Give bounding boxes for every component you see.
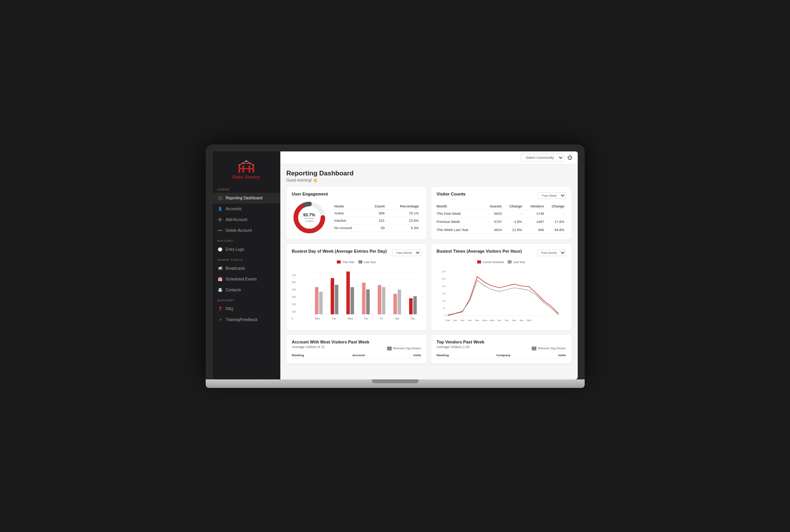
- eng-count-inactive: 221: [367, 217, 387, 224]
- visitor-filter-select[interactable]: Past Week: [538, 192, 566, 199]
- eng-col-pct: Percentage: [387, 203, 421, 210]
- account-visitors-title: Account With Most Visitors Past Week: [292, 340, 421, 344]
- account-visitors-subtitle: Average Visitors 8.72: [292, 345, 325, 349]
- vis-col-month: Month: [437, 203, 484, 210]
- svg-rect-23: [377, 285, 381, 314]
- sidebar-label-add-account: Add Account: [226, 218, 247, 222]
- svg-text:4am: 4am: [461, 319, 465, 321]
- laptop-base: [206, 379, 585, 388]
- svg-text:10pm: 10pm: [526, 319, 532, 321]
- eng-row-active: Active 658 70.1%: [334, 209, 421, 217]
- sidebar-item-delete-account[interactable]: ➖ Delete Account: [213, 225, 280, 236]
- svg-text:Tue: Tue: [331, 317, 336, 320]
- eng-label-active: Active: [334, 209, 367, 217]
- svg-text:8am: 8am: [475, 319, 479, 321]
- svg-rect-1: [253, 164, 254, 173]
- vis-row-prev-week: Previous Week 5737 -1.8% 1487 17.6%: [437, 218, 566, 226]
- donut-pct: 93.7%: [303, 212, 315, 217]
- svg-text:10am: 10am: [482, 319, 488, 321]
- sidebar-label-entry-lugs: Entry Lugs: [226, 247, 244, 252]
- remove-gig-drivers-vendors-btn[interactable]: Remove Gig Drivers: [532, 347, 566, 350]
- laptop-container: Gate Sentry USERS ⬛ Reporting Dashboard …: [206, 144, 585, 388]
- eng-pct-inactive: 23.6%: [387, 217, 421, 224]
- eng-label-noaccount: No Account: [334, 224, 367, 231]
- bar-chart-svg: Mon Tue Wed Thu Fri Sat Sun: [292, 266, 421, 324]
- sidebar-label-faq: FAQ: [226, 307, 234, 311]
- svg-text:6am: 6am: [468, 319, 472, 321]
- svg-rect-17: [331, 278, 334, 314]
- vis-row-last-year: This Week Last Year 4624 21.8% 946 84.8%: [437, 226, 566, 234]
- svg-text:100: 100: [442, 300, 445, 302]
- vis-vendor-change-1: -: [546, 209, 566, 218]
- busiest-day-filter[interactable]: Past Month: [392, 250, 421, 256]
- svg-text:6pm: 6pm: [512, 319, 517, 321]
- legend-dot-lastyear: [508, 260, 512, 263]
- share-icon: ↗: [217, 317, 223, 323]
- top-vendors-title: Top Vendors Past Week: [437, 340, 566, 344]
- person-minus-icon: ➖: [217, 228, 223, 233]
- community-select[interactable]: Select Community: [521, 154, 564, 161]
- sidebar-item-scheduled-events[interactable]: 📅 Scheduled Events: [213, 274, 280, 285]
- visitor-counts-card: Visitor Counts Past Week Month Guests: [431, 187, 572, 240]
- legend-dot-gray: [358, 260, 362, 263]
- y-axis-labels: 7206004803602401200: [292, 274, 296, 320]
- user-engagement-title: User Engagement: [292, 192, 421, 196]
- sidebar-label-broadcasts: Broadcasts: [226, 266, 245, 270]
- busiest-day-title: Busiest Day of Week (Average Entries Per…: [292, 249, 387, 253]
- remove-icon: [387, 347, 392, 350]
- eng-pct-active: 70.1%: [387, 209, 421, 217]
- svg-text:50: 50: [443, 307, 445, 309]
- svg-text:2pm: 2pm: [497, 319, 502, 321]
- svg-text:12am: 12am: [445, 319, 450, 321]
- middle-row: Busiest Day of Week (Average Entries Per…: [287, 244, 572, 330]
- page-title: Reporting Dashboard: [287, 170, 572, 177]
- svg-text:Sun: Sun: [411, 317, 415, 320]
- svg-rect-15: [315, 287, 318, 314]
- svg-text:12pm: 12pm: [490, 319, 495, 321]
- svg-text:2am: 2am: [453, 319, 457, 321]
- vendor-table-header: Ranking Company visits: [437, 354, 566, 359]
- svg-rect-21: [362, 282, 365, 314]
- person-plus-icon: ➕: [217, 217, 223, 223]
- busiest-times-filter[interactable]: Past Month: [537, 250, 566, 256]
- eng-count-active: 658: [367, 209, 387, 217]
- sidebar-item-faq[interactable]: ❓ FAQ: [213, 304, 280, 314]
- svg-text:4pm: 4pm: [505, 319, 509, 321]
- account-visitors-card: Account With Most Visitors Past Week Ave…: [287, 335, 427, 364]
- remove-gig-drivers-btn[interactable]: Remove Gig Drivers: [387, 347, 421, 350]
- user-engagement-inner: 93.7% AccountsCreated Hosts: [292, 200, 421, 235]
- vis-month-2: Previous Week: [437, 218, 484, 226]
- sidebar-item-reporting-dashboard[interactable]: ⬛ Reporting Dashboard: [213, 193, 280, 204]
- sidebar-item-entry-lugs[interactable]: 🕐 Entry Lugs: [213, 244, 280, 255]
- remove-vendor-icon: [532, 347, 536, 350]
- sidebar-item-contacts[interactable]: 📇 Contacts: [213, 285, 280, 296]
- legend-label-this-year: This Year: [342, 260, 354, 264]
- svg-rect-27: [409, 298, 412, 314]
- sidebar-item-training[interactable]: ↗ Training/Feedback: [213, 314, 280, 325]
- sidebar-item-accounts[interactable]: 👤 Accounts: [213, 204, 280, 214]
- svg-text:150: 150: [442, 292, 445, 295]
- sidebar-item-broadcasts[interactable]: 📢 Broadcasts: [213, 263, 280, 274]
- engagement-table: Hosts Count Percentage Active: [334, 203, 421, 232]
- question-icon: ❓: [217, 306, 223, 312]
- sidebar-label-contacts: Contacts: [226, 288, 241, 292]
- vis-row-this-week: This Past Week 5633 - 1748 -: [437, 209, 566, 218]
- legend-last-year: Last Year: [358, 260, 376, 264]
- eng-col-count: Count: [367, 203, 387, 210]
- svg-rect-18: [334, 284, 338, 314]
- eng-pct-noaccount: 6.3%: [387, 224, 421, 231]
- svg-text:0: 0: [444, 314, 445, 317]
- donut-sub: AccountsCreated: [303, 217, 315, 222]
- svg-text:200: 200: [442, 285, 445, 287]
- top-vendors-card: Top Vendors Past Week Average Visitors 2…: [431, 335, 572, 364]
- sidebar-item-add-account[interactable]: ➕ Add Account: [213, 214, 280, 225]
- legend-dot-red: [337, 260, 341, 263]
- power-icon[interactable]: ⏻: [567, 155, 572, 160]
- busiest-times-header: Busiest Times (Average Visitors Per Hour…: [437, 249, 566, 257]
- bar-chart-container: 7206004803602401200: [292, 266, 421, 326]
- account-table-header: Ranking Account visits: [292, 354, 421, 359]
- person-icon: 👤: [217, 206, 223, 212]
- svg-text:8pm: 8pm: [520, 319, 524, 321]
- svg-text:Wed: Wed: [348, 317, 353, 320]
- section-label-users: USERS: [213, 185, 280, 193]
